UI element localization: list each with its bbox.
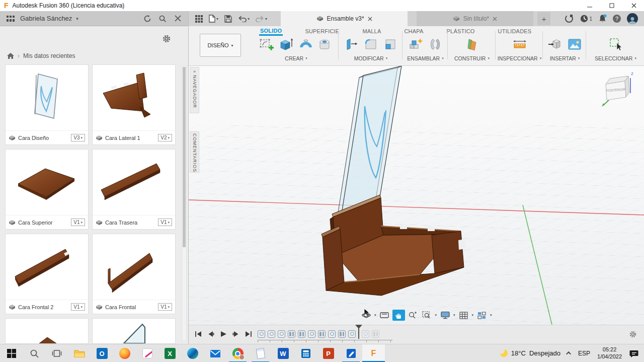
avatar[interactable]: [627, 13, 638, 24]
job-status-clock-icon[interactable]: 1: [580, 14, 592, 23]
chevron-down-icon[interactable]: ▾: [472, 313, 474, 317]
timeline-feature-joint[interactable]: [288, 330, 295, 338]
save-icon[interactable]: [222, 12, 234, 25]
timeline-feature-joint[interactable]: [318, 330, 326, 338]
word-icon[interactable]: W: [272, 344, 294, 362]
hole-icon[interactable]: [317, 36, 334, 53]
chrome-icon[interactable]: [226, 344, 249, 362]
press-pull-icon[interactable]: [343, 36, 360, 53]
file-card-partial-1[interactable]: [5, 318, 89, 344]
powerpoint-icon[interactable]: P: [317, 344, 340, 362]
comments-side-tab[interactable]: COMENTARIOS: [190, 131, 199, 173]
timeline-feature-insert[interactable]: [268, 330, 275, 338]
file-card-cara-diseno[interactable]: Cara Diseño V3▾: [5, 64, 89, 145]
tray-expand-chevron-icon[interactable]: [566, 351, 571, 356]
calculator-icon[interactable]: [294, 344, 317, 362]
chevron-down-icon[interactable]: ▾: [490, 313, 492, 317]
mail-icon[interactable]: [204, 344, 226, 362]
timeline-feature-insert[interactable]: [278, 330, 285, 338]
go-to-start-icon[interactable]: [194, 329, 203, 338]
extrude-icon[interactable]: [278, 36, 295, 53]
version-dropdown[interactable]: V3▾: [71, 134, 85, 141]
new-component-icon[interactable]: [407, 36, 424, 53]
undo-icon[interactable]: ▾: [235, 12, 252, 25]
view-cube[interactable]: POSTERIOR Z: [600, 70, 636, 107]
timeline-feature-insert[interactable]: [258, 330, 265, 338]
shell-icon[interactable]: [382, 36, 399, 53]
navigator-side-tab[interactable]: » NAVEGADOR: [190, 67, 199, 113]
construction-plane-icon[interactable]: [463, 36, 480, 53]
grid-snap-icon[interactable]: [457, 310, 470, 321]
step-back-icon[interactable]: [206, 329, 215, 338]
extensions-icon[interactable]: [565, 14, 574, 23]
firefox-icon[interactable]: [113, 344, 136, 362]
user-name[interactable]: Gabriela Sánchez: [20, 15, 72, 22]
look-at-icon[interactable]: [378, 310, 391, 321]
weather-widget[interactable]: 18°C Despejado: [500, 349, 560, 357]
file-card-cara-superior[interactable]: Cara Superior V1▾: [5, 149, 89, 230]
insert-derive-icon[interactable]: [546, 36, 564, 53]
tab-chapa[interactable]: CHAPA: [403, 27, 424, 35]
document-tab-ensamble[interactable]: Ensamble v3*: [281, 11, 408, 26]
version-dropdown[interactable]: V1▾: [158, 219, 172, 226]
file-card-partial-2[interactable]: [92, 318, 176, 344]
file-card-cara-frontal[interactable]: Cara Frontal V1▾: [92, 234, 176, 314]
viewport-canvas[interactable]: » NAVEGADOR COMENTARIOS POSTERIOR Z ▾: [189, 66, 644, 325]
taskbar-search-icon[interactable]: [23, 344, 45, 362]
timeline-feature-insert[interactable]: [328, 330, 336, 338]
new-tab-button[interactable]: +: [537, 12, 550, 25]
file-card-cara-trasera[interactable]: Cara Trasera V1▾: [92, 149, 176, 230]
timeline-feature-insert[interactable]: [308, 330, 315, 338]
search-icon[interactable]: [157, 13, 168, 24]
tab-plastico[interactable]: PLÁSTICO: [446, 27, 476, 35]
chevron-down-icon[interactable]: ▾: [76, 16, 78, 21]
close-panel-icon[interactable]: [172, 13, 183, 24]
pan-icon[interactable]: [392, 310, 405, 321]
edge-icon[interactable]: [181, 344, 204, 362]
start-button[interactable]: [0, 344, 23, 362]
version-dropdown[interactable]: V1▾: [71, 303, 85, 311]
task-view-icon[interactable]: [45, 344, 68, 362]
action-center-icon[interactable]: [629, 349, 639, 358]
close-tab-icon[interactable]: [493, 17, 497, 21]
panel-settings-gear-icon[interactable]: [162, 34, 171, 43]
close-button[interactable]: [624, 0, 644, 11]
display-settings-icon[interactable]: [439, 310, 451, 321]
file-card-cara-lateral-1[interactable]: Cara Lateral 1 V2▾: [92, 64, 176, 145]
joint-icon[interactable]: [427, 36, 444, 53]
file-menu-icon[interactable]: ▾: [206, 12, 221, 25]
fillet-icon[interactable]: [362, 36, 379, 53]
timeline-feature-insert[interactable]: [348, 330, 356, 338]
help-icon[interactable]: ?: [613, 15, 621, 23]
timeline-feature-insert[interactable]: [362, 330, 369, 338]
timeline-feature-playhead[interactable]: [358, 326, 359, 339]
notifications-bell-icon[interactable]: [598, 14, 607, 23]
version-dropdown[interactable]: V1▾: [158, 303, 172, 311]
notepad-icon[interactable]: [249, 344, 272, 362]
maximize-button[interactable]: [602, 0, 622, 11]
scan-icon[interactable]: [340, 344, 362, 362]
timeline-feature-joint[interactable]: [372, 330, 379, 338]
zoom-window-icon[interactable]: [421, 310, 433, 321]
select-icon[interactable]: [607, 36, 624, 53]
canvas-icon[interactable]: [566, 36, 583, 53]
close-tab-icon[interactable]: [368, 17, 372, 21]
outlook-icon[interactable]: O: [91, 344, 113, 362]
taskbar-clock[interactable]: 05:22 1/04/2022: [597, 346, 622, 360]
timeline-settings-gear-icon[interactable]: [629, 330, 637, 338]
fusion-taskbar-icon[interactable]: F: [362, 344, 385, 362]
chevron-down-icon[interactable]: ▾: [374, 313, 376, 317]
tab-superficie[interactable]: SUPERFICIE: [304, 27, 340, 35]
home-icon[interactable]: [7, 53, 14, 59]
refresh-icon[interactable]: [142, 13, 153, 24]
file-explorer-icon[interactable]: [68, 344, 91, 362]
paint-icon[interactable]: [136, 344, 158, 362]
viewports-icon[interactable]: [475, 310, 488, 321]
orbit-icon[interactable]: [360, 310, 372, 321]
version-dropdown[interactable]: V1▾: [71, 219, 85, 226]
step-forward-icon[interactable]: [231, 329, 240, 338]
panel-scrollbar[interactable]: [182, 65, 187, 341]
zoom-icon[interactable]: [407, 310, 419, 321]
tab-malla[interactable]: MALLA: [361, 27, 382, 35]
excel-icon[interactable]: X: [158, 344, 181, 362]
